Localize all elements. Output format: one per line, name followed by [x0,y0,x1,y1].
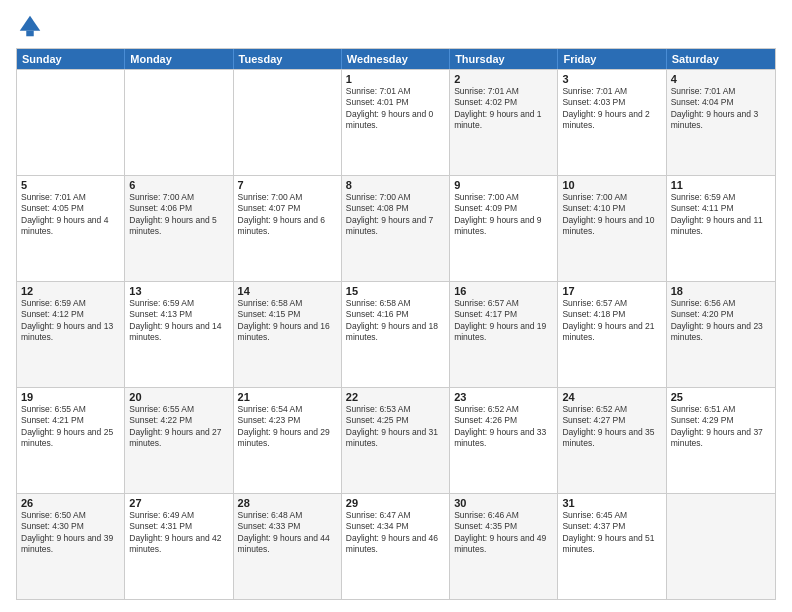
calendar-cell: 25Sunrise: 6:51 AMSunset: 4:29 PMDayligh… [667,388,775,493]
header-day-monday: Monday [125,49,233,69]
header-day-wednesday: Wednesday [342,49,450,69]
day-number: 13 [129,285,228,297]
sunrise-text: Sunrise: 7:00 AM [454,192,553,203]
sunset-text: Sunset: 4:37 PM [562,521,661,532]
daylight-text: Daylight: 9 hours and 46 minutes. [346,533,445,556]
sunrise-text: Sunrise: 6:52 AM [562,404,661,415]
sunset-text: Sunset: 4:26 PM [454,415,553,426]
sunset-text: Sunset: 4:02 PM [454,97,553,108]
daylight-text: Daylight: 9 hours and 25 minutes. [21,427,120,450]
calendar-cell: 6Sunrise: 7:00 AMSunset: 4:06 PMDaylight… [125,176,233,281]
sunset-text: Sunset: 4:12 PM [21,309,120,320]
sunrise-text: Sunrise: 7:00 AM [238,192,337,203]
sunset-text: Sunset: 4:08 PM [346,203,445,214]
daylight-text: Daylight: 9 hours and 44 minutes. [238,533,337,556]
logo-icon [16,12,44,40]
sunset-text: Sunset: 4:16 PM [346,309,445,320]
daylight-text: Daylight: 9 hours and 51 minutes. [562,533,661,556]
day-number: 3 [562,73,661,85]
daylight-text: Daylight: 9 hours and 39 minutes. [21,533,120,556]
daylight-text: Daylight: 9 hours and 18 minutes. [346,321,445,344]
sunset-text: Sunset: 4:22 PM [129,415,228,426]
calendar-cell: 2Sunrise: 7:01 AMSunset: 4:02 PMDaylight… [450,70,558,175]
header [16,12,776,40]
page: SundayMondayTuesdayWednesdayThursdayFrid… [0,0,792,612]
calendar-cell [17,70,125,175]
sunset-text: Sunset: 4:05 PM [21,203,120,214]
calendar-cell: 20Sunrise: 6:55 AMSunset: 4:22 PMDayligh… [125,388,233,493]
day-number: 19 [21,391,120,403]
calendar-row-1: 5Sunrise: 7:01 AMSunset: 4:05 PMDaylight… [17,175,775,281]
calendar-cell: 22Sunrise: 6:53 AMSunset: 4:25 PMDayligh… [342,388,450,493]
sunrise-text: Sunrise: 7:01 AM [671,86,771,97]
logo [16,12,48,40]
day-number: 5 [21,179,120,191]
calendar-cell: 13Sunrise: 6:59 AMSunset: 4:13 PMDayligh… [125,282,233,387]
day-number: 9 [454,179,553,191]
sunrise-text: Sunrise: 6:55 AM [21,404,120,415]
calendar-cell [667,494,775,599]
sunset-text: Sunset: 4:29 PM [671,415,771,426]
sunrise-text: Sunrise: 6:59 AM [671,192,771,203]
daylight-text: Daylight: 9 hours and 1 minute. [454,109,553,132]
calendar-header-row: SundayMondayTuesdayWednesdayThursdayFrid… [17,49,775,69]
calendar-cell: 11Sunrise: 6:59 AMSunset: 4:11 PMDayligh… [667,176,775,281]
sunset-text: Sunset: 4:07 PM [238,203,337,214]
day-number: 22 [346,391,445,403]
sunrise-text: Sunrise: 6:58 AM [346,298,445,309]
day-number: 11 [671,179,771,191]
sunset-text: Sunset: 4:31 PM [129,521,228,532]
sunrise-text: Sunrise: 7:00 AM [129,192,228,203]
calendar-cell: 18Sunrise: 6:56 AMSunset: 4:20 PMDayligh… [667,282,775,387]
calendar-cell [125,70,233,175]
sunrise-text: Sunrise: 7:01 AM [562,86,661,97]
calendar-cell [234,70,342,175]
sunrise-text: Sunrise: 6:48 AM [238,510,337,521]
sunrise-text: Sunrise: 6:58 AM [238,298,337,309]
calendar-cell: 7Sunrise: 7:00 AMSunset: 4:07 PMDaylight… [234,176,342,281]
sunrise-text: Sunrise: 6:57 AM [454,298,553,309]
sunset-text: Sunset: 4:13 PM [129,309,228,320]
calendar-cell: 31Sunrise: 6:45 AMSunset: 4:37 PMDayligh… [558,494,666,599]
day-number: 25 [671,391,771,403]
daylight-text: Daylight: 9 hours and 5 minutes. [129,215,228,238]
day-number: 21 [238,391,337,403]
day-number: 12 [21,285,120,297]
sunrise-text: Sunrise: 6:47 AM [346,510,445,521]
daylight-text: Daylight: 9 hours and 6 minutes. [238,215,337,238]
svg-rect-1 [26,31,33,37]
sunrise-text: Sunrise: 6:46 AM [454,510,553,521]
calendar-row-2: 12Sunrise: 6:59 AMSunset: 4:12 PMDayligh… [17,281,775,387]
calendar-row-3: 19Sunrise: 6:55 AMSunset: 4:21 PMDayligh… [17,387,775,493]
day-number: 7 [238,179,337,191]
sunset-text: Sunset: 4:03 PM [562,97,661,108]
daylight-text: Daylight: 9 hours and 29 minutes. [238,427,337,450]
day-number: 14 [238,285,337,297]
sunset-text: Sunset: 4:30 PM [21,521,120,532]
calendar-cell: 4Sunrise: 7:01 AMSunset: 4:04 PMDaylight… [667,70,775,175]
day-number: 1 [346,73,445,85]
sunrise-text: Sunrise: 6:45 AM [562,510,661,521]
sunrise-text: Sunrise: 6:51 AM [671,404,771,415]
day-number: 28 [238,497,337,509]
calendar-cell: 12Sunrise: 6:59 AMSunset: 4:12 PMDayligh… [17,282,125,387]
calendar-cell: 16Sunrise: 6:57 AMSunset: 4:17 PMDayligh… [450,282,558,387]
daylight-text: Daylight: 9 hours and 19 minutes. [454,321,553,344]
sunset-text: Sunset: 4:35 PM [454,521,553,532]
day-number: 26 [21,497,120,509]
sunset-text: Sunset: 4:23 PM [238,415,337,426]
day-number: 17 [562,285,661,297]
calendar-cell: 1Sunrise: 7:01 AMSunset: 4:01 PMDaylight… [342,70,450,175]
calendar-cell: 17Sunrise: 6:57 AMSunset: 4:18 PMDayligh… [558,282,666,387]
sunrise-text: Sunrise: 6:55 AM [129,404,228,415]
daylight-text: Daylight: 9 hours and 4 minutes. [21,215,120,238]
sunset-text: Sunset: 4:04 PM [671,97,771,108]
calendar-cell: 15Sunrise: 6:58 AMSunset: 4:16 PMDayligh… [342,282,450,387]
sunrise-text: Sunrise: 7:00 AM [346,192,445,203]
daylight-text: Daylight: 9 hours and 10 minutes. [562,215,661,238]
daylight-text: Daylight: 9 hours and 23 minutes. [671,321,771,344]
calendar-cell: 10Sunrise: 7:00 AMSunset: 4:10 PMDayligh… [558,176,666,281]
daylight-text: Daylight: 9 hours and 9 minutes. [454,215,553,238]
calendar-cell: 24Sunrise: 6:52 AMSunset: 4:27 PMDayligh… [558,388,666,493]
day-number: 18 [671,285,771,297]
